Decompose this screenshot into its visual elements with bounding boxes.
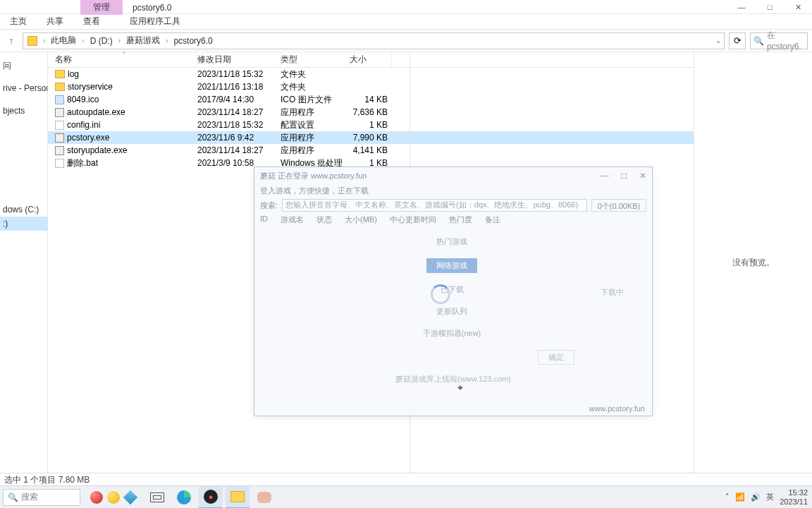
search-icon: 🔍 xyxy=(753,36,764,46)
tray-volume-icon[interactable]: 🔊 xyxy=(751,492,761,502)
nav-up-button[interactable]: ↑ xyxy=(4,35,18,46)
popup-col-name[interactable]: 游戏名 xyxy=(281,214,316,225)
taskbar-app-button[interactable]: ● xyxy=(199,486,223,509)
popup-confirm-button[interactable]: 确定 xyxy=(538,350,574,365)
system-tray: ˄ 📶 🔊 英 15:32 2023/11 xyxy=(725,488,812,505)
taskbar-app-icon[interactable] xyxy=(118,486,142,509)
popup-col-status[interactable]: 状态 xyxy=(316,214,345,225)
popup-cat-upd[interactable]: 更新队列 xyxy=(374,301,529,322)
file-row[interactable]: storyservice2021/11/16 13:18文件夹 xyxy=(48,80,694,93)
popup-maximize-button[interactable]: □ xyxy=(622,171,627,181)
file-row[interactable]: config.ini2023/11/18 15:32配置设置1 KB xyxy=(48,119,694,131)
blue-diamond-icon xyxy=(123,490,137,504)
window-maximize-button[interactable]: □ xyxy=(756,0,784,14)
file-date: 2023/11/18 15:32 xyxy=(197,69,281,79)
sidebar-item-c-drive[interactable]: dows (C:) xyxy=(0,202,47,217)
column-date[interactable]: 修改日期 xyxy=(197,52,281,67)
taskbar-taskview-button[interactable] xyxy=(145,486,169,509)
taskbar: 🔍 搜索 ● ˄ 📶 🔊 英 15:32 2023/11 xyxy=(0,485,812,508)
chevron-right-icon: › xyxy=(164,37,169,44)
file-type-icon xyxy=(55,95,64,104)
popup-col-note[interactable]: 备注 xyxy=(485,214,513,225)
chevron-right-icon: › xyxy=(80,37,85,44)
file-rows: log2023/11/18 15:32文件夹storyservice2021/1… xyxy=(48,68,694,169)
popup-search-input[interactable]: 您输入拼音首字母、中文名称、英文名、游戏编号(如：dqx、绝地求生、pubg、8… xyxy=(282,199,587,212)
sidebar-item-3dobjects[interactable]: bjects xyxy=(0,104,47,118)
popup-close-button[interactable]: ✕ xyxy=(639,171,646,181)
sidebar-item-d-drive[interactable]: :) xyxy=(0,217,47,231)
file-name: autoupdate.exe xyxy=(67,107,125,117)
tray-time: 15:32 xyxy=(780,488,808,497)
ribbon-context-tab[interactable]: 管理 xyxy=(80,0,123,15)
file-row[interactable]: pcstory.exe2023/11/6 9:42应用程序7,990 KB xyxy=(48,131,694,144)
folder-icon xyxy=(27,36,37,46)
popup-col-update[interactable]: 中心更新时间 xyxy=(390,214,449,225)
popup-col-id[interactable]: ID xyxy=(260,214,281,225)
popup-side-label: 下载中 xyxy=(601,287,624,298)
tray-clock[interactable]: 15:32 2023/11 xyxy=(780,488,808,505)
tray-chevron-icon[interactable]: ˄ xyxy=(725,492,730,502)
file-row[interactable]: 8049.ico2017/9/4 14:30ICO 图片文件14 KB xyxy=(48,93,694,106)
file-name: log xyxy=(68,69,79,79)
popup-count-badge: 0个(0.00KB) xyxy=(591,199,646,212)
refresh-button[interactable]: ⟳ xyxy=(729,32,746,49)
breadcrumb-seg[interactable]: 此电脑 xyxy=(51,35,76,47)
file-row[interactable]: log2023/11/18 15:32文件夹 xyxy=(48,68,694,80)
file-type-icon xyxy=(55,70,65,78)
popup-cat-hot[interactable]: 热门游戏 xyxy=(374,231,529,253)
popup-col-size[interactable]: 大小(MB) xyxy=(345,214,390,225)
popup-footer-url[interactable]: www.pcstory.fun xyxy=(589,404,645,413)
tab-share[interactable]: 共享 xyxy=(37,16,73,28)
file-list-area: ⌃ 名称 修改日期 类型 大小 log2023/11/18 15:32文件夹st… xyxy=(48,52,694,473)
column-type[interactable]: 类型 xyxy=(281,52,350,67)
file-row[interactable]: storyupdate.exe2023/11/14 18:27应用程序4,141… xyxy=(48,144,694,157)
window-title: pcstory6.0 xyxy=(123,3,171,13)
tray-date: 2023/11 xyxy=(780,497,808,506)
file-date: 2017/9/4 14:30 xyxy=(197,95,281,104)
taskbar-edge-button[interactable] xyxy=(172,486,196,509)
taskbar-search-input[interactable]: 🔍 搜索 xyxy=(3,489,80,506)
file-name: 8049.ico xyxy=(67,95,99,104)
sidebar-quick-access[interactable]: 问 xyxy=(0,58,47,74)
tab-app-tools[interactable]: 应用程序工具 xyxy=(120,16,190,28)
popup-search-label: 搜索: xyxy=(260,200,278,211)
breadcrumb-seg[interactable]: pcstory6.0 xyxy=(173,36,212,46)
chevron-right-icon: › xyxy=(117,37,122,44)
file-type: 文件夹 xyxy=(281,68,350,80)
address-bar[interactable]: › 此电脑 › D (D:) › 蘑菇游戏 › pcstory6.0 ⌄ xyxy=(23,32,725,49)
tray-network-icon[interactable]: 📶 xyxy=(735,492,745,502)
popup-cat-done[interactable]: 已下载 xyxy=(374,279,529,301)
window-close-button[interactable]: ✕ xyxy=(784,0,812,14)
file-date: 2023/11/6 9:42 xyxy=(197,133,281,143)
tray-ime-indicator[interactable]: 英 xyxy=(766,492,774,502)
breadcrumb-seg[interactable]: 蘑菇游戏 xyxy=(126,35,160,47)
chevron-right-icon: › xyxy=(42,37,47,44)
taskbar-explorer-button[interactable] xyxy=(226,486,250,509)
popup-minimize-button[interactable]: — xyxy=(601,171,609,181)
search-input[interactable]: 🔍 在 pcstory6. xyxy=(750,32,808,49)
file-name: pcstory.exe xyxy=(67,133,109,143)
obs-icon: ● xyxy=(204,490,218,504)
taskbar-app-button[interactable] xyxy=(252,486,276,509)
preview-empty-text: 没有预览。 xyxy=(732,257,775,269)
address-dropdown-icon[interactable]: ⌄ xyxy=(715,37,721,44)
file-size: 7,636 KB xyxy=(350,107,392,117)
breadcrumb-seg[interactable]: D (D:) xyxy=(90,36,113,46)
popup-cat-other[interactable]: 手游模拟器(new) xyxy=(374,322,529,344)
sidebar-item-onedrive[interactable]: rive - Persona xyxy=(0,81,47,95)
column-size[interactable]: 大小 xyxy=(350,52,392,67)
file-date: 2023/11/14 18:27 xyxy=(197,145,281,155)
popup-col-hot[interactable]: 热门度 xyxy=(449,214,485,225)
popup-cat-net[interactable]: 网络游戏 xyxy=(426,258,477,273)
tab-home[interactable]: 主页 xyxy=(0,16,37,28)
file-date: 2023/11/14 18:27 xyxy=(197,107,281,117)
popup-bottom-ad: 蘑菇游戏库上线啦(www.123.com) xyxy=(254,374,652,385)
app-icon xyxy=(257,492,271,503)
file-size: 14 KB xyxy=(350,95,392,104)
file-row[interactable]: autoupdate.exe2023/11/14 18:27应用程序7,636 … xyxy=(48,106,694,119)
tab-view[interactable]: 查看 xyxy=(73,16,110,28)
sort-indicator-icon: ⌃ xyxy=(121,51,127,58)
window-minimize-button[interactable]: — xyxy=(727,0,756,14)
preview-pane: 没有预览。 xyxy=(694,52,812,473)
file-name: 删除.bat xyxy=(67,157,98,169)
